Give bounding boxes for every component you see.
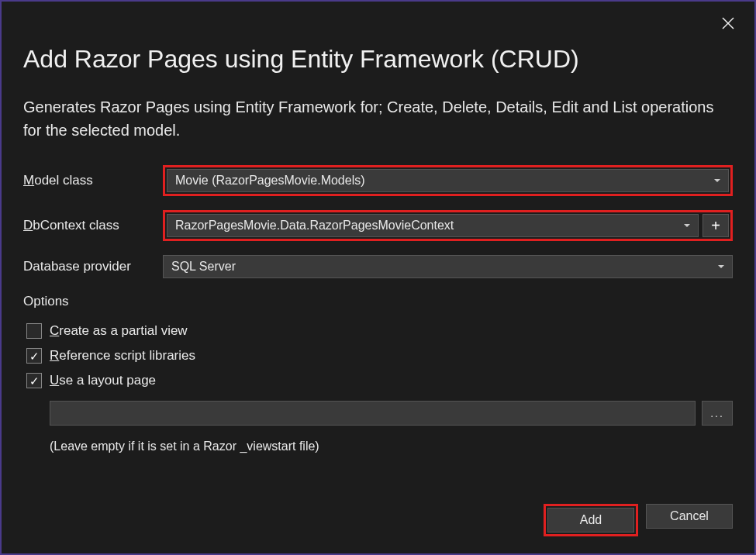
chevron-down-icon — [684, 224, 690, 227]
dbprovider-dropdown[interactable]: SQL Server — [163, 255, 733, 278]
model-class-dropdown[interactable]: Movie (RazorPagesMovie.Models) — [167, 169, 729, 192]
reference-scripts-label: Reference script libraries — [50, 348, 195, 364]
use-layout-option: Use a layout page — [26, 373, 733, 388]
chevron-down-icon — [714, 179, 720, 182]
dbcontext-value: RazorPagesMovie.Data.RazorPagesMovieCont… — [175, 219, 454, 233]
dbcontext-label: DbContext class — [23, 218, 163, 233]
options-heading: Options — [23, 294, 733, 309]
cancel-button[interactable]: Cancel — [646, 504, 733, 529]
layout-path-input[interactable] — [50, 401, 696, 426]
close-button[interactable] — [713, 8, 744, 39]
partial-view-option: Create as a partial view — [26, 323, 733, 339]
chevron-down-icon — [718, 265, 724, 268]
reference-scripts-checkbox[interactable] — [26, 348, 42, 364]
add-button[interactable]: Add — [547, 508, 634, 533]
reference-scripts-option: Reference script libraries — [26, 348, 733, 364]
use-layout-checkbox[interactable] — [26, 373, 42, 388]
layout-hint: (Leave empty if it is set in a Razor _vi… — [50, 440, 733, 453]
dbprovider-label: Database provider — [23, 259, 163, 274]
dbcontext-dropdown[interactable]: RazorPagesMovie.Data.RazorPagesMovieCont… — [167, 214, 699, 237]
browse-layout-button[interactable]: ... — [702, 401, 733, 426]
dbprovider-row: Database provider SQL Server — [23, 255, 733, 278]
use-layout-label: Use a layout page — [50, 373, 156, 388]
close-icon — [722, 17, 734, 29]
layout-path-row: ... — [50, 401, 733, 426]
dbprovider-value: SQL Server — [171, 260, 236, 274]
model-class-value: Movie (RazorPagesMovie.Models) — [175, 174, 365, 188]
add-dbcontext-button[interactable]: + — [702, 214, 729, 237]
dialog-title: Add Razor Pages using Entity Framework (… — [23, 45, 733, 74]
model-class-row: Model class Movie (RazorPagesMovie.Model… — [23, 165, 733, 196]
dbcontext-row: DbContext class RazorPagesMovie.Data.Raz… — [23, 210, 733, 241]
dialog-description: Generates Razor Pages using Entity Frame… — [23, 95, 733, 142]
partial-view-label: Create as a partial view — [50, 323, 188, 339]
partial-view-checkbox[interactable] — [26, 323, 42, 339]
model-class-label: Model class — [23, 173, 163, 188]
dialog-buttons: Add Cancel — [544, 504, 733, 536]
